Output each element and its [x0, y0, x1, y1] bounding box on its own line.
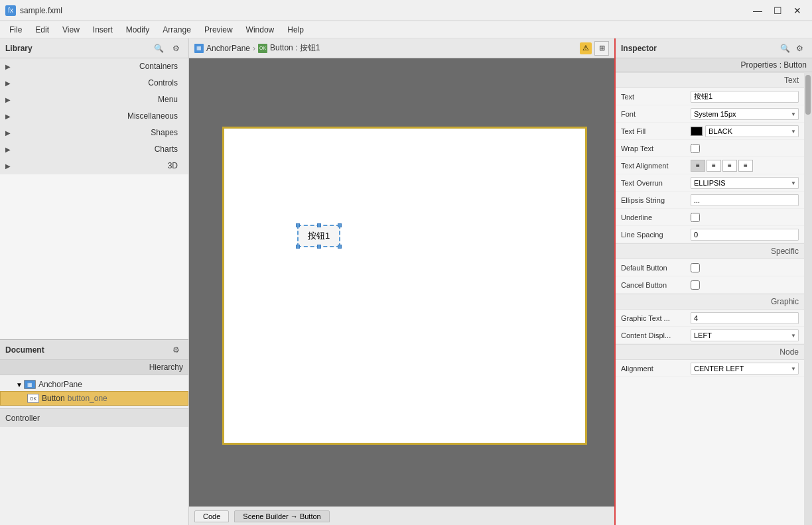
library-item-menu[interactable]: ▶ Menu — [0, 91, 188, 108]
align-center-button[interactable]: ≡ — [707, 160, 721, 172]
inspector-title: Inspector — [621, 44, 778, 53]
menu-edit[interactable]: Edit — [29, 24, 56, 36]
minimize-button[interactable]: — — [748, 4, 767, 17]
prop-select-textoverrun[interactable]: ELLIPSIS — [691, 177, 799, 189]
menu-arrange[interactable]: Arrange — [156, 24, 198, 36]
library-item-controls[interactable]: ▶ Controls — [0, 75, 188, 91]
align-right-button[interactable]: ≡ — [722, 160, 737, 172]
library-item-containers[interactable]: ▶ Containers — [0, 58, 188, 75]
prop-underline: Underline — [616, 209, 804, 226]
hierarchy-label: Hierarchy — [149, 363, 183, 372]
item-label: Menu — [15, 95, 183, 104]
inspector-scroll: Text Text Font System 15px Text Fill — [616, 72, 804, 525]
prop-defaultbutton: Default Button — [616, 259, 804, 276]
library-item-shapes[interactable]: ▶ Shapes — [0, 125, 188, 141]
prop-label-ellipsis: Ellipsis String — [621, 196, 691, 204]
view-button[interactable]: ⊞ — [594, 41, 609, 56]
prop-wraptext: Wrap Text — [616, 140, 804, 157]
font-select-wrapper: System 15px — [691, 108, 799, 120]
properties-label: Properties : Button — [741, 60, 807, 70]
color-swatch-black[interactable] — [691, 127, 703, 136]
inspector-settings-icon[interactable]: ⚙ — [792, 41, 807, 56]
prop-label-contentdisplay: Content Displ... — [621, 331, 691, 339]
resize-handle-bc[interactable] — [317, 245, 321, 249]
menu-modify[interactable]: Modify — [119, 24, 156, 36]
library-settings-icon[interactable]: ⚙ — [169, 41, 183, 56]
prop-input-graphictext[interactable] — [691, 312, 799, 324]
library-item-miscellaneous[interactable]: ▶ Miscellaneous — [0, 108, 188, 125]
scrollbar-thumb[interactable] — [805, 75, 811, 115]
menu-insert[interactable]: Insert — [86, 24, 119, 36]
menu-view[interactable]: View — [56, 24, 86, 36]
library-search-icon[interactable]: 🔍 — [151, 41, 166, 56]
tree-label-anchorpane: AnchorPane — [38, 380, 82, 389]
prop-checkbox-cancelbutton[interactable] — [691, 280, 700, 290]
tree-item-button[interactable]: OK Button button_one — [0, 391, 188, 406]
prop-input-linespacing[interactable] — [691, 229, 799, 241]
right-scrollbar — [804, 72, 812, 525]
resize-handle-tr[interactable] — [338, 223, 342, 227]
prop-select-contentdisplay[interactable]: LEFT — [691, 329, 799, 341]
align-justify-button[interactable]: ≡ — [738, 160, 753, 172]
maximize-button[interactable]: ☐ — [768, 4, 787, 17]
alignment-select-wrapper: CENTER LEFT — [691, 363, 799, 375]
breadcrumb-icon-anchor: ▦ — [194, 44, 204, 53]
prop-input-text[interactable] — [691, 91, 799, 103]
resize-handle-br[interactable] — [338, 245, 342, 249]
item-label: Miscellaneous — [15, 111, 183, 121]
prop-select-color[interactable]: BLACK — [705, 125, 799, 137]
expand-arrow: ▶ — [5, 63, 15, 70]
tree-icon-anchorpane: ▦ — [24, 380, 36, 389]
menu-window[interactable]: Window — [239, 24, 281, 36]
breadcrumb-button[interactable]: OK Button : 按钮1 — [258, 42, 320, 54]
resize-handle-tl[interactable] — [296, 223, 300, 227]
right-panel: Inspector 🔍 ⚙ Properties : Button Text T… — [614, 38, 812, 525]
prop-label-graphictext: Graphic Text ... — [621, 314, 691, 322]
menu-file[interactable]: File — [3, 24, 29, 36]
library-item-3d[interactable]: ▶ 3D — [0, 158, 188, 174]
tab-scenebuilder[interactable]: Scene Builder → Button — [234, 510, 329, 522]
prop-text: Text — [616, 88, 804, 105]
warning-icon[interactable]: ⚠ — [580, 42, 592, 54]
breadcrumb-anchorpane[interactable]: ▦ AnchorPane — [194, 44, 250, 53]
prop-checkbox-defaultbutton[interactable] — [691, 263, 700, 272]
align-left-button[interactable]: ≡ — [691, 160, 705, 172]
tree-icon-button: OK — [27, 394, 39, 403]
tree-item-anchorpane[interactable]: ▼ ▦ AnchorPane — [0, 378, 188, 391]
library-title: Library — [5, 44, 151, 53]
resize-handle-bl[interactable] — [296, 245, 300, 249]
resize-handle-tc[interactable] — [317, 223, 321, 227]
button-widget[interactable]: 按钮1 — [297, 225, 340, 247]
prop-label-defaultbutton: Default Button — [621, 264, 691, 272]
expand-arrow: ▶ — [5, 80, 15, 87]
menu-preview[interactable]: Preview — [198, 24, 239, 36]
prop-linespacing: Line Spacing — [616, 226, 804, 243]
tree-id-button: button_one — [68, 394, 107, 403]
prop-select-font[interactable]: System 15px — [691, 108, 799, 120]
menu-help[interactable]: Help — [281, 24, 310, 36]
color-select-wrapper: BLACK — [705, 125, 799, 137]
library-item-charts[interactable]: ▶ Charts — [0, 141, 188, 158]
section-graphic: Graphic — [616, 294, 804, 310]
prop-label-textfill: Text Fill — [621, 127, 691, 135]
prop-checkbox-wraptext[interactable] — [691, 144, 700, 153]
tab-code[interactable]: Code — [194, 510, 229, 522]
prop-label-font: Font — [621, 110, 691, 118]
prop-label-textalign: Text Alignment — [621, 162, 691, 170]
prop-checkbox-underline[interactable] — [691, 213, 700, 222]
collapse-icon: ▼ — [16, 381, 23, 388]
inspector-search-icon[interactable]: 🔍 — [778, 41, 792, 56]
prop-font: Font System 15px — [616, 105, 804, 123]
close-button[interactable]: ✕ — [788, 4, 807, 17]
right-panel-inner: Text Text Font System 15px Text Fill — [616, 72, 812, 525]
breadcrumb-label-anchor: AnchorPane — [206, 44, 250, 53]
prop-label-wraptext: Wrap Text — [621, 145, 691, 152]
document-title: Document — [5, 345, 169, 355]
item-label: Shapes — [15, 128, 183, 137]
expand-arrow: ▶ — [5, 96, 15, 103]
prop-select-alignment[interactable]: CENTER LEFT — [691, 363, 799, 375]
section-specific: Specific — [616, 243, 804, 259]
item-label: Charts — [15, 145, 183, 154]
prop-input-ellipsis[interactable] — [691, 194, 799, 206]
document-settings-icon[interactable]: ⚙ — [169, 343, 183, 357]
